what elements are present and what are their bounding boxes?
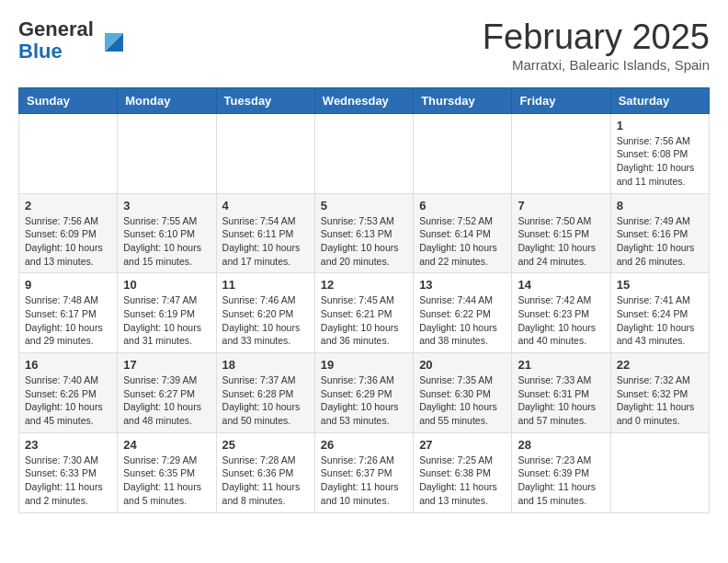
- calendar-day-cell: 5Sunrise: 7:53 AM Sunset: 6:13 PM Daylig…: [314, 193, 413, 273]
- day-info: Sunrise: 7:56 AM Sunset: 6:08 PM Dayligh…: [617, 134, 703, 189]
- day-number: 3: [123, 199, 210, 213]
- day-info: Sunrise: 7:30 AM Sunset: 6:33 PM Dayligh…: [25, 454, 111, 508]
- day-number: 13: [419, 278, 506, 292]
- day-info: Sunrise: 7:39 AM Sunset: 6:27 PM Dayligh…: [123, 373, 210, 428]
- logo-general-text: General: [18, 17, 94, 40]
- calendar-day-cell: 11Sunrise: 7:46 AM Sunset: 6:20 PM Dayli…: [216, 273, 314, 353]
- day-info: Sunrise: 7:56 AM Sunset: 6:09 PM Dayligh…: [25, 214, 111, 269]
- calendar-week-row: 9Sunrise: 7:48 AM Sunset: 6:17 PM Daylig…: [19, 273, 710, 353]
- calendar-day-cell: 21Sunrise: 7:33 AM Sunset: 6:31 PM Dayli…: [512, 353, 610, 433]
- day-number: 12: [321, 278, 407, 292]
- calendar-day-cell: 14Sunrise: 7:42 AM Sunset: 6:23 PM Dayli…: [512, 273, 610, 353]
- calendar-day-cell: 6Sunrise: 7:52 AM Sunset: 6:14 PM Daylig…: [414, 193, 512, 273]
- calendar-day-header: Saturday: [610, 87, 709, 113]
- calendar-header-row: SundayMondayTuesdayWednesdayThursdayFrid…: [19, 87, 710, 113]
- calendar-week-row: 16Sunrise: 7:40 AM Sunset: 6:26 PM Dayli…: [19, 353, 710, 433]
- day-info: Sunrise: 7:37 AM Sunset: 6:28 PM Dayligh…: [222, 373, 309, 428]
- calendar-day-cell: 16Sunrise: 7:40 AM Sunset: 6:26 PM Dayli…: [19, 353, 118, 433]
- calendar-day-cell: 1Sunrise: 7:56 AM Sunset: 6:08 PM Daylig…: [610, 113, 709, 193]
- location-subtitle: Marratxi, Balearic Islands, Spain: [483, 57, 710, 73]
- day-number: 2: [25, 199, 111, 213]
- calendar-day-cell: [216, 113, 314, 193]
- calendar-week-row: 23Sunrise: 7:30 AM Sunset: 6:33 PM Dayli…: [19, 432, 710, 512]
- day-number: 24: [123, 438, 210, 452]
- day-info: Sunrise: 7:23 AM Sunset: 6:39 PM Dayligh…: [518, 454, 604, 508]
- day-number: 28: [518, 438, 604, 452]
- day-number: 19: [321, 358, 407, 372]
- day-info: Sunrise: 7:47 AM Sunset: 6:19 PM Dayligh…: [123, 293, 210, 348]
- calendar-day-cell: 2Sunrise: 7:56 AM Sunset: 6:09 PM Daylig…: [19, 193, 118, 273]
- logo: General Blue: [18, 18, 127, 63]
- day-number: 8: [617, 199, 703, 213]
- calendar-day-cell: 23Sunrise: 7:30 AM Sunset: 6:33 PM Dayli…: [19, 432, 118, 512]
- day-number: 5: [321, 199, 407, 213]
- calendar-day-header: Friday: [512, 87, 610, 113]
- day-number: 17: [123, 358, 210, 372]
- day-number: 18: [222, 358, 309, 372]
- logo-blue-text: Blue: [18, 40, 63, 63]
- calendar-day-cell: 17Sunrise: 7:39 AM Sunset: 6:27 PM Dayli…: [118, 353, 216, 433]
- day-info: Sunrise: 7:54 AM Sunset: 6:11 PM Dayligh…: [222, 214, 309, 269]
- day-info: Sunrise: 7:26 AM Sunset: 6:37 PM Dayligh…: [321, 454, 407, 508]
- calendar-day-cell: 27Sunrise: 7:25 AM Sunset: 6:38 PM Dayli…: [414, 432, 512, 512]
- day-number: 15: [617, 278, 703, 292]
- day-number: 20: [419, 358, 506, 372]
- day-number: 10: [123, 278, 210, 292]
- calendar-day-cell: [314, 113, 413, 193]
- day-info: Sunrise: 7:45 AM Sunset: 6:21 PM Dayligh…: [321, 293, 407, 348]
- day-info: Sunrise: 7:52 AM Sunset: 6:14 PM Dayligh…: [419, 214, 506, 269]
- day-info: Sunrise: 7:25 AM Sunset: 6:38 PM Dayligh…: [419, 454, 506, 508]
- day-info: Sunrise: 7:35 AM Sunset: 6:30 PM Dayligh…: [419, 373, 506, 428]
- day-number: 7: [518, 199, 604, 213]
- calendar-day-cell: 25Sunrise: 7:28 AM Sunset: 6:36 PM Dayli…: [216, 432, 314, 512]
- calendar-day-cell: 12Sunrise: 7:45 AM Sunset: 6:21 PM Dayli…: [314, 273, 413, 353]
- page-header: General Blue February 2025 Marratxi, Bal…: [18, 18, 710, 73]
- day-number: 26: [321, 438, 407, 452]
- day-info: Sunrise: 7:29 AM Sunset: 6:35 PM Dayligh…: [123, 454, 210, 508]
- calendar-day-header: Thursday: [414, 87, 512, 113]
- title-block: February 2025 Marratxi, Balearic Islands…: [483, 18, 710, 73]
- day-info: Sunrise: 7:41 AM Sunset: 6:24 PM Dayligh…: [617, 293, 703, 348]
- calendar-day-cell: 10Sunrise: 7:47 AM Sunset: 6:19 PM Dayli…: [118, 273, 216, 353]
- day-number: 16: [25, 358, 111, 372]
- calendar-day-cell: 19Sunrise: 7:36 AM Sunset: 6:29 PM Dayli…: [314, 353, 413, 433]
- day-number: 6: [419, 199, 506, 213]
- day-info: Sunrise: 7:36 AM Sunset: 6:29 PM Dayligh…: [321, 373, 407, 428]
- calendar-day-cell: [512, 113, 610, 193]
- day-number: 25: [222, 438, 309, 452]
- calendar-day-header: Sunday: [19, 87, 118, 113]
- calendar-day-cell: 4Sunrise: 7:54 AM Sunset: 6:11 PM Daylig…: [216, 193, 314, 273]
- calendar-day-cell: 24Sunrise: 7:29 AM Sunset: 6:35 PM Dayli…: [118, 432, 216, 512]
- calendar-day-cell: 7Sunrise: 7:50 AM Sunset: 6:15 PM Daylig…: [512, 193, 610, 273]
- day-number: 9: [25, 278, 111, 292]
- calendar-day-cell: 18Sunrise: 7:37 AM Sunset: 6:28 PM Dayli…: [216, 353, 314, 433]
- day-number: 14: [518, 278, 604, 292]
- calendar-day-cell: 13Sunrise: 7:44 AM Sunset: 6:22 PM Dayli…: [414, 273, 512, 353]
- month-title: February 2025: [483, 18, 710, 57]
- calendar-day-cell: [118, 113, 216, 193]
- calendar-day-header: Tuesday: [216, 87, 314, 113]
- logo-icon: [97, 26, 127, 55]
- day-info: Sunrise: 7:33 AM Sunset: 6:31 PM Dayligh…: [518, 373, 604, 428]
- calendar-day-cell: 9Sunrise: 7:48 AM Sunset: 6:17 PM Daylig…: [19, 273, 118, 353]
- calendar-day-cell: 15Sunrise: 7:41 AM Sunset: 6:24 PM Dayli…: [610, 273, 709, 353]
- calendar-day-header: Monday: [118, 87, 216, 113]
- day-info: Sunrise: 7:28 AM Sunset: 6:36 PM Dayligh…: [222, 454, 309, 508]
- calendar-day-cell: [414, 113, 512, 193]
- day-number: 22: [617, 358, 703, 372]
- day-number: 27: [419, 438, 506, 452]
- day-info: Sunrise: 7:42 AM Sunset: 6:23 PM Dayligh…: [518, 293, 604, 348]
- calendar-day-cell: 28Sunrise: 7:23 AM Sunset: 6:39 PM Dayli…: [512, 432, 610, 512]
- day-number: 1: [617, 119, 703, 132]
- day-info: Sunrise: 7:40 AM Sunset: 6:26 PM Dayligh…: [25, 373, 111, 428]
- calendar-day-cell: 22Sunrise: 7:32 AM Sunset: 6:32 PM Dayli…: [610, 353, 709, 433]
- calendar-day-header: Wednesday: [314, 87, 413, 113]
- calendar-day-cell: [610, 432, 709, 512]
- day-info: Sunrise: 7:48 AM Sunset: 6:17 PM Dayligh…: [25, 293, 111, 348]
- day-info: Sunrise: 7:44 AM Sunset: 6:22 PM Dayligh…: [419, 293, 506, 348]
- day-number: 4: [222, 199, 309, 213]
- day-info: Sunrise: 7:46 AM Sunset: 6:20 PM Dayligh…: [222, 293, 309, 348]
- calendar-day-cell: 3Sunrise: 7:55 AM Sunset: 6:10 PM Daylig…: [118, 193, 216, 273]
- day-info: Sunrise: 7:32 AM Sunset: 6:32 PM Dayligh…: [617, 373, 703, 428]
- day-info: Sunrise: 7:50 AM Sunset: 6:15 PM Dayligh…: [518, 214, 604, 269]
